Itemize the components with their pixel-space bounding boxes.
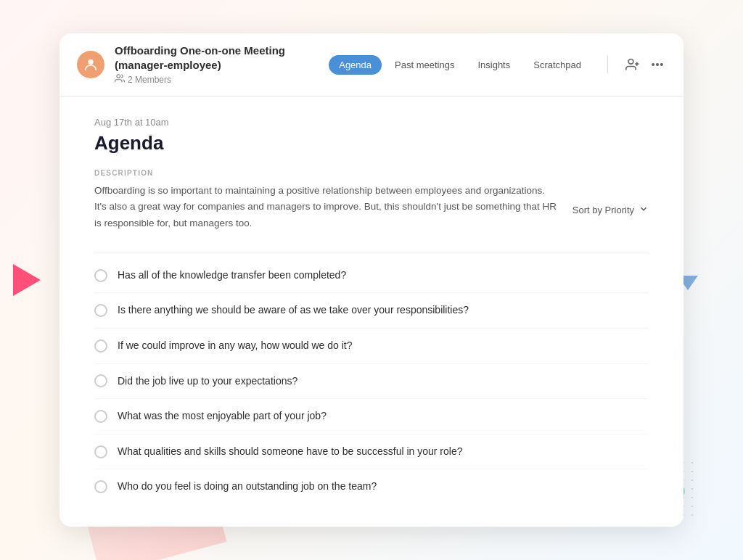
header-nav: Agenda Past meetings Insights Scratchpad	[329, 55, 591, 75]
svg-point-6	[657, 64, 659, 66]
meeting-title: Offboarding One-on-one Meeting (manager-…	[115, 44, 319, 72]
question-radio-3[interactable]	[94, 339, 107, 353]
question-text-4: Did the job live up to your expectations…	[118, 374, 297, 389]
svg-point-1	[117, 75, 120, 78]
sort-row[interactable]: Sort by Priority	[572, 204, 649, 216]
question-text-1: Has all of the knowledge transfer been c…	[118, 268, 346, 283]
question-text-7: Who do you feel is doing an outstanding …	[118, 479, 377, 494]
divider	[94, 252, 649, 252]
question-item: What qualities and skills should someone…	[94, 435, 649, 470]
svg-point-2	[628, 59, 633, 65]
question-text-2: Is there anything we should be aware of …	[118, 303, 469, 318]
members-icon	[115, 73, 125, 86]
svg-point-0	[88, 59, 93, 65]
description-text: Offboarding is so important to maintaini…	[94, 183, 559, 231]
header-info: Offboarding One-on-one Meeting (manager-…	[115, 44, 319, 86]
sort-label: Sort by Priority	[572, 205, 634, 215]
question-item: Did the job live up to your expectations…	[94, 364, 649, 400]
members-row: 2 Members	[115, 73, 319, 86]
section-label: DESCRIPTION	[94, 169, 649, 177]
members-count: 2 Members	[128, 75, 171, 85]
play-icon-decoration	[13, 264, 41, 296]
agenda-title: Agenda	[94, 132, 649, 155]
nav-divider	[607, 56, 608, 73]
tab-agenda[interactable]: Agenda	[329, 55, 382, 75]
questions-list: Has all of the knowledge transfer been c…	[94, 258, 649, 504]
question-radio-2[interactable]	[94, 304, 107, 317]
question-radio-1[interactable]	[94, 269, 107, 282]
question-text-5: What was the most enjoyable part of your…	[118, 409, 327, 424]
question-text-6: What qualities and skills should someone…	[118, 445, 462, 459]
question-radio-6[interactable]	[94, 445, 107, 458]
chevron-down-icon	[639, 204, 649, 216]
avatar	[77, 51, 104, 78]
svg-point-5	[652, 64, 654, 66]
more-options-button[interactable]	[649, 56, 666, 73]
card-body: Aug 17th at 10am Agenda Sort by Priority…	[59, 96, 684, 524]
date-label: Aug 17th at 10am	[94, 117, 649, 128]
tab-past-meetings[interactable]: Past meetings	[385, 55, 464, 75]
question-radio-5[interactable]	[94, 410, 107, 423]
question-text-3: If we could improve in any way, how woul…	[118, 339, 352, 353]
tab-insights[interactable]: Insights	[467, 55, 520, 75]
svg-point-7	[661, 64, 663, 66]
question-item: Who do you feel is doing an outstanding …	[94, 469, 649, 504]
card-header: Offboarding One-on-one Meeting (manager-…	[59, 33, 684, 96]
question-item: What was the most enjoyable part of your…	[94, 399, 649, 435]
tab-scratchpad[interactable]: Scratchpad	[523, 55, 591, 75]
header-actions	[624, 56, 666, 73]
add-member-button[interactable]	[624, 56, 641, 73]
main-card: Offboarding One-on-one Meeting (manager-…	[59, 33, 684, 527]
question-item: If we could improve in any way, how woul…	[94, 329, 649, 364]
question-radio-4[interactable]	[94, 374, 107, 387]
question-radio-7[interactable]	[94, 480, 107, 493]
question-item: Is there anything we should be aware of …	[94, 293, 649, 329]
question-item: Has all of the knowledge transfer been c…	[94, 258, 649, 294]
